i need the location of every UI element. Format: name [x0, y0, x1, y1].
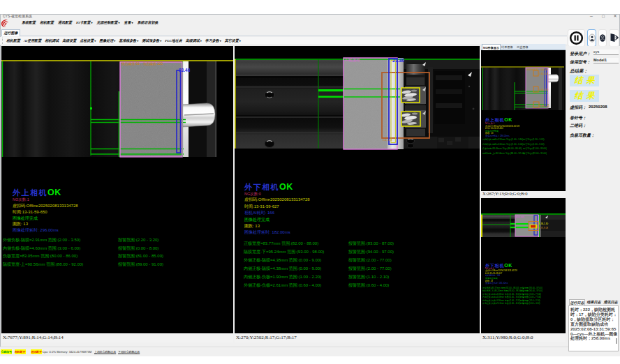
ai-box-label: AI检测框 [516, 215, 524, 218]
admin-user-button[interactable] [598, 29, 607, 47]
log-tab-run[interactable]: 运行日志 [569, 299, 585, 305]
menu-item-0[interactable]: 系统配置 [22, 21, 36, 25]
menu-item-5[interactable]: 查看 ▾ [124, 21, 133, 25]
toolbar-item-10[interactable]: 学习参数 ▾ [205, 39, 221, 43]
alarm-range: 报警范围:(2.20 - 3.20) [118, 238, 158, 242]
capture-time: 时间:13-31-59-650 [485, 127, 503, 129]
app-logo-icon [1, 19, 9, 28]
upper-camera-heartbeat-link[interactable]: 上相机心跳触发器 [94, 350, 116, 354]
camera-thumb-upper[interactable]: 静态阈值:93，动态阈值:100 0.62,0.14 0.60,0.10 0.6… [481, 50, 566, 197]
ng-count: NG次数:1 [13, 198, 29, 202]
log-line: 时：17，缺陷分类耗时： [570, 312, 617, 317]
chevron-down-icon: ▾ [200, 39, 202, 43]
marker-label: 0.63,0.12 [540, 105, 549, 107]
chevron-down-icon: ▾ [136, 39, 138, 43]
process-elapsed: 图像处理耗时: 182.00ms [244, 230, 290, 234]
alarm-range: 报警范围:(83.00 - 87.00) [348, 241, 394, 245]
measure-row: 正极宽度=83.77mm 范围:(82.00 - 88.00) [482, 287, 519, 289]
process-elapsed: 图像处理耗时: 296.00ms [485, 135, 509, 137]
alarm-range: 报警范围:(1.10 - 2.10) [348, 275, 389, 279]
maximize-icon[interactable]: ▢ [599, 13, 607, 19]
measure-row: 内侧正极-负极=1.90mm 范围:(1.00 - 2.20) [244, 275, 321, 279]
toolbar-item-0[interactable]: 相机配置 [6, 39, 20, 43]
admin-icon [599, 33, 606, 43]
alarm-range: 报警范围:(0.00 - 8.00) [523, 143, 545, 145]
menu-item-1[interactable]: 相机配置 [40, 21, 54, 25]
vcode-label: 虚拟码： [570, 105, 586, 111]
toolbar-item-4[interactable]: 点检设置 ▾ [80, 39, 96, 43]
comm-alarm-badge: 通讯断开 [31, 349, 42, 355]
log-tab-comm[interactable]: 通讯日志 [603, 299, 619, 305]
measure-row: 隔膜宽度-下=95.24mm 范围:(93.00 - 98.00) [244, 250, 324, 254]
process-elapsed: 图像处理耗时: 182.00ms [485, 282, 508, 284]
menu-item-6[interactable]: 系统语言切换 [138, 21, 158, 25]
minimize-icon[interactable]: – [587, 13, 596, 19]
camera-result-title: 外上相机OK [485, 117, 512, 122]
camera-view-lower[interactable]: AI检测框 23.80 1.4,-1.3 外下相机OK NG次数:0 虚拟码:O… [235, 46, 480, 342]
menu-item-2[interactable]: 通讯配置 [58, 21, 72, 25]
measure-row: 外侧正极-隔膜=4.38mm 范围:(0.00 - 9.00) [482, 293, 520, 295]
chevron-down-icon: ▾ [94, 39, 96, 43]
toolbar-item-2[interactable]: 相机调试 [45, 39, 59, 43]
tabcount-label: 负极耳数量： [570, 132, 595, 139]
camera-thumb-lower[interactable]: AI检测框 0.36,1.50 0.75,9.08 外下相机OK NG次数:0 … [481, 198, 566, 342]
toolbar-grip[interactable] [2, 38, 3, 44]
toolbar-item-5[interactable]: 图像处理 ▾ [99, 39, 115, 43]
model-field[interactable]: Model1 [593, 58, 619, 63]
chevron-down-icon: ▾ [159, 39, 161, 43]
alarm-range: 报警范围:(1.10 - 2.10) [520, 299, 540, 301]
toolbar-item-8[interactable]: PLC地址表 [165, 39, 182, 43]
log-scrollbar[interactable] [616, 338, 617, 344]
camera-view-upper[interactable]: 静态阈值:93，动态阈值:100 83.48 外上相机OK NG次数:1 虚拟码… [1, 46, 233, 342]
menu-item-3[interactable]: IO卡配置 ▾ [76, 21, 93, 25]
qr-label: 二维码： [570, 123, 586, 129]
window-title: CYS-视觉检测系统 [3, 14, 32, 18]
camera-result-title: 外下相机OK [244, 183, 293, 192]
login-field[interactable]: cys [593, 50, 619, 55]
alarm-range: 报警范围:(94.00 - 97.00) [348, 250, 394, 254]
process-done: 图像处理完成 [13, 216, 38, 220]
thumb-tab-ng[interactable]: NG图像显示 [482, 44, 501, 50]
measure-row: 外侧负极-隔膜=2.91mm 范围:(2.00 - 3.50) [3, 238, 80, 242]
log-tab-result[interactable]: 结果日志 [586, 299, 602, 305]
toolbar-item-1[interactable]: AI使用配置 [24, 39, 41, 43]
cpu-memory-status: Cpu: 0.0% Memory: 3424.41796875M [43, 350, 92, 354]
toolbar-item-6[interactable]: 基准线参数 ▾ [119, 39, 138, 43]
log-line: 耗时：222，缺陷检测耗 [570, 308, 617, 312]
menu-item-4[interactable]: 光源控制配置 ▾ [97, 21, 120, 25]
toolbar-item-11[interactable]: 其它设置 ▾ [225, 39, 241, 43]
lower-camera-heartbeat-link[interactable]: 下相机心跳触发器 [118, 350, 140, 354]
thumb-tab-strip: NG图像显示 结果图像 历史图像 [481, 44, 566, 50]
toolbar-item-9[interactable]: 高级调试 ▾ [186, 39, 202, 43]
ng-count: NG次数:0 [244, 192, 261, 197]
measure-row: 正极宽度=83.77mm 范围:(82.00 - 88.00) [244, 241, 318, 245]
close-icon[interactable]: ✕ [611, 13, 619, 19]
alarm-range: 报警范围:(2.20 - 3.20) [523, 138, 545, 140]
heartbeat-badge: 心跳信号 [1, 349, 12, 355]
chevron-down-icon: ▾ [118, 21, 120, 24]
chevron-down-icon: ▾ [113, 39, 115, 43]
log-line: 0，缺陷提取分区耗时： [570, 317, 617, 322]
toolbar-item-3[interactable]: 高级设置 [62, 39, 76, 43]
camera-alarm-badge: 相机断开 [15, 349, 26, 355]
thumb-tab-result[interactable]: 结果图像 [501, 45, 514, 50]
pause-icon [569, 31, 584, 45]
threshold-overlay: 静态阈值:93，动态阈值:100 [526, 68, 547, 72]
login-user-button[interactable] [587, 29, 596, 47]
info-panel: 登录用户： cys 使用型号： Model1 总结果： 结果 结果 虚拟码： 2… [567, 46, 620, 356]
alarm-range: 报警范围:(2.00 - 77.00) [520, 296, 541, 298]
ai-elapsed: 相机AI耗时: 166 [244, 211, 274, 215]
log-output[interactable]: 耗时：222，缺陷检测耗 时：17，缺陷分类耗时： 0，缺陷提取分区耗时： 直方… [568, 305, 619, 351]
pause-button[interactable] [568, 29, 585, 47]
tab-run-image[interactable]: 运行图像 [1, 29, 20, 36]
ok-badge: OK [504, 117, 512, 122]
thumb-tab-history[interactable]: 历史图像 [516, 45, 529, 50]
exit-button[interactable] [609, 29, 619, 47]
toolbar-item-7[interactable]: 测试项参数 ▾ [142, 39, 161, 43]
measure-row: 隔膜宽度-上=90.56mm 范围:(88.00 - 92.00) [482, 152, 524, 154]
defect-label-yellow: 0.36,1.50 [539, 222, 548, 225]
alarm-range: 报警范围:(0.60 - 4.00) [348, 283, 389, 287]
chevron-down-icon: ▾ [219, 39, 221, 43]
virtual-code: 虚拟码:Offline20250208133134728 [244, 197, 310, 202]
measure-row: 外侧正极-负极=2.61mm 范围:(0.60 - 4.00) [482, 302, 520, 304]
